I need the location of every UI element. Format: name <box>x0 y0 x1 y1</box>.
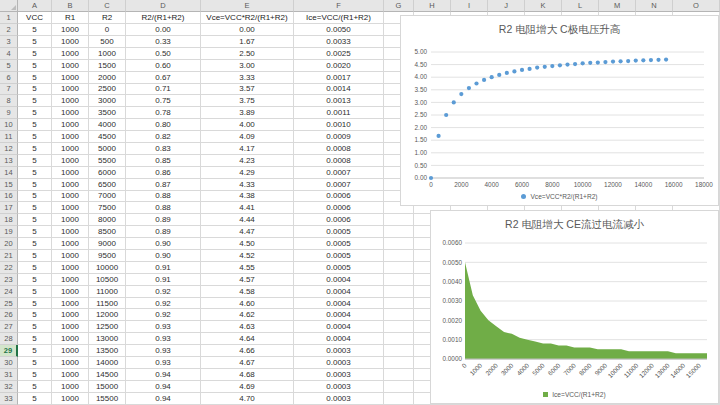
cell-F12[interactable]: 0.0008 <box>294 143 384 155</box>
cell-B13[interactable]: 1000 <box>52 155 89 167</box>
cell-D9[interactable]: 0.78 <box>126 107 201 119</box>
cell-A20[interactable]: 5 <box>18 238 52 250</box>
cell-D28[interactable]: 0.93 <box>126 333 201 345</box>
cell-D11[interactable]: 0.82 <box>126 131 201 143</box>
cell-G22[interactable] <box>384 262 414 274</box>
cell-E15[interactable]: 4.33 <box>201 179 294 191</box>
cell-B8[interactable]: 1000 <box>52 95 89 107</box>
cell-C28[interactable]: 13000 <box>89 333 126 345</box>
row-header-18[interactable]: 18 <box>0 214 18 226</box>
column-header-E[interactable]: E <box>201 0 294 12</box>
cell-B11[interactable]: 1000 <box>52 131 89 143</box>
cell-C2[interactable]: 0 <box>89 24 126 36</box>
cell-A17[interactable]: 5 <box>18 202 52 214</box>
cell-C33[interactable]: 15500 <box>89 393 126 405</box>
cell-G21[interactable] <box>384 250 414 262</box>
column-header-M[interactable]: M <box>599 0 636 12</box>
cell-D27[interactable]: 0.93 <box>126 321 201 333</box>
cell-C13[interactable]: 5500 <box>89 155 126 167</box>
cell-D32[interactable]: 0.94 <box>126 381 201 393</box>
cell-A5[interactable]: 5 <box>18 60 52 72</box>
cell-A26[interactable]: 5 <box>18 309 52 321</box>
row-header-33[interactable]: 33 <box>0 393 18 405</box>
cell-B3[interactable]: 1000 <box>52 36 89 48</box>
cell-C14[interactable]: 6000 <box>89 167 126 179</box>
cell-E26[interactable]: 4.62 <box>201 309 294 321</box>
cell-C20[interactable]: 9000 <box>89 238 126 250</box>
row-header-23[interactable]: 23 <box>0 274 18 286</box>
cell-F22[interactable]: 0.0005 <box>294 262 384 274</box>
cell-F17[interactable]: 0.0006 <box>294 202 384 214</box>
cell-B9[interactable]: 1000 <box>52 107 89 119</box>
cell-D16[interactable]: 0.88 <box>126 191 201 203</box>
cell-A24[interactable]: 5 <box>18 286 52 298</box>
cell-F6[interactable]: 0.0017 <box>294 72 384 84</box>
cell-E14[interactable]: 4.29 <box>201 167 294 179</box>
cell-G20[interactable] <box>384 238 414 250</box>
cell-C5[interactable]: 1500 <box>89 60 126 72</box>
cell-A16[interactable]: 5 <box>18 191 52 203</box>
cell-A15[interactable]: 5 <box>18 179 52 191</box>
cell-B12[interactable]: 1000 <box>52 143 89 155</box>
cell-E2[interactable]: 0.00 <box>201 24 294 36</box>
row-header-2[interactable]: 2 <box>0 24 18 36</box>
cell-E10[interactable]: 4.00 <box>201 119 294 131</box>
cell-G26[interactable] <box>384 309 414 321</box>
cell-F31[interactable]: 0.0003 <box>294 369 384 381</box>
cell-A10[interactable]: 5 <box>18 119 52 131</box>
cell-D2[interactable]: 0.00 <box>126 24 201 36</box>
row-header-24[interactable]: 24 <box>0 286 18 298</box>
cell-C18[interactable]: 8000 <box>89 214 126 226</box>
cell-A30[interactable]: 5 <box>18 357 52 369</box>
row-header-3[interactable]: 3 <box>0 36 18 48</box>
cell-E24[interactable]: 4.58 <box>201 286 294 298</box>
row-header-1[interactable]: 1 <box>0 12 18 24</box>
cell-C12[interactable]: 5000 <box>89 143 126 155</box>
cell-B10[interactable]: 1000 <box>52 119 89 131</box>
cell-C16[interactable]: 7000 <box>89 191 126 203</box>
cell-E17[interactable]: 4.41 <box>201 202 294 214</box>
cell-E20[interactable]: 4.50 <box>201 238 294 250</box>
cell-G27[interactable] <box>384 321 414 333</box>
cell-A11[interactable]: 5 <box>18 131 52 143</box>
row-header-17[interactable]: 17 <box>0 202 18 214</box>
cell-G33[interactable] <box>384 393 414 405</box>
cell-A18[interactable]: 5 <box>18 214 52 226</box>
cell-E27[interactable]: 4.63 <box>201 321 294 333</box>
cell-G18[interactable] <box>384 214 414 226</box>
cell-G28[interactable] <box>384 333 414 345</box>
cell-A31[interactable]: 5 <box>18 369 52 381</box>
column-header-B[interactable]: B <box>52 0 89 12</box>
cell-A32[interactable]: 5 <box>18 381 52 393</box>
cell-A7[interactable]: 5 <box>18 84 52 96</box>
cell-D22[interactable]: 0.91 <box>126 262 201 274</box>
row-header-7[interactable]: 7 <box>0 84 18 96</box>
cell-D15[interactable]: 0.87 <box>126 179 201 191</box>
cell-E28[interactable]: 4.64 <box>201 333 294 345</box>
cell-E11[interactable]: 4.09 <box>201 131 294 143</box>
row-header-9[interactable]: 9 <box>0 107 18 119</box>
cell-E1[interactable]: Vce=VCC*R2/(R1+R2) <box>201 12 294 24</box>
cell-A29[interactable]: 5 <box>18 345 52 357</box>
cell-F25[interactable]: 0.0004 <box>294 298 384 310</box>
cell-A4[interactable]: 5 <box>18 48 52 60</box>
cell-A19[interactable]: 5 <box>18 226 52 238</box>
cell-A21[interactable]: 5 <box>18 250 52 262</box>
chart-ice-area[interactable]: R2 电阻增大 CE流过电流减小 0.00000.00100.00200.003… <box>430 210 719 404</box>
row-header-14[interactable]: 14 <box>0 167 18 179</box>
cell-F1[interactable]: Ice=VCC/(R1+R2) <box>294 12 384 24</box>
cell-F5[interactable]: 0.0020 <box>294 60 384 72</box>
cell-E4[interactable]: 2.50 <box>201 48 294 60</box>
cell-E25[interactable]: 4.60 <box>201 298 294 310</box>
cell-G19[interactable] <box>384 226 414 238</box>
cell-C27[interactable]: 12500 <box>89 321 126 333</box>
row-header-11[interactable]: 11 <box>0 131 18 143</box>
row-header-5[interactable]: 5 <box>0 60 18 72</box>
cell-C30[interactable]: 14000 <box>89 357 126 369</box>
cell-A3[interactable]: 5 <box>18 36 52 48</box>
cell-B30[interactable]: 1000 <box>52 357 89 369</box>
column-header-N[interactable]: N <box>636 0 673 12</box>
cell-D20[interactable]: 0.90 <box>126 238 201 250</box>
cell-D6[interactable]: 0.67 <box>126 72 201 84</box>
cell-E13[interactable]: 4.23 <box>201 155 294 167</box>
